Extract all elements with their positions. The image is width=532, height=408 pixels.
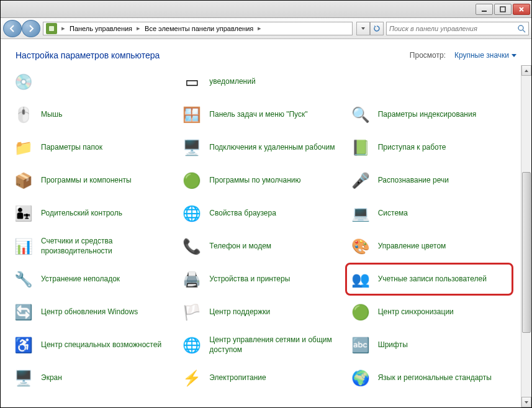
control-panel-item[interactable]: 👥Учетные записи пользователей bbox=[345, 263, 513, 296]
control-panel-item[interactable]: 💿 bbox=[8, 65, 176, 98]
control-panel-item[interactable]: 📞Телефон и модем bbox=[176, 230, 345, 263]
address-tools bbox=[356, 22, 384, 35]
control-panel-item[interactable]: 🔤Шрифты bbox=[345, 329, 513, 361]
fonts-icon: 🔤 bbox=[349, 334, 372, 356]
maximize-button[interactable] bbox=[494, 4, 512, 15]
control-panel-item[interactable]: 📦Программы и компоненты bbox=[8, 164, 176, 197]
control-panel-item[interactable]: 🌐Центр управления сетями и общим доступо… bbox=[176, 329, 345, 361]
control-panel-item[interactable]: 🎨Управление цветом bbox=[345, 230, 513, 263]
perf-icon: 📊 bbox=[12, 235, 35, 258]
view-select[interactable]: Крупные значки bbox=[454, 51, 516, 60]
control-panel-item[interactable]: 🔧Устранение неполадок bbox=[8, 263, 176, 296]
titlebar bbox=[1, 1, 531, 18]
control-panel-item[interactable]: 📁Параметры папок bbox=[8, 131, 176, 164]
control-panel-item[interactable]: 🏳️Центр поддержки bbox=[176, 296, 345, 329]
navbar: ▸ Панель управления ▸ Все элементы панел… bbox=[1, 18, 531, 39]
scroll-track[interactable] bbox=[521, 76, 531, 397]
control-panel-item[interactable]: 📊Счетчики и средства производительности bbox=[8, 230, 176, 263]
control-panel-item[interactable]: 🎤Распознавание речи bbox=[345, 164, 513, 197]
control-panel-item[interactable]: 🔄Центр обновления Windows bbox=[8, 296, 176, 329]
item-label: Учетные записи пользователей bbox=[378, 274, 487, 284]
control-panel-item[interactable]: 🖥️Экран bbox=[8, 361, 176, 394]
defaults-icon: 🟢 bbox=[181, 170, 203, 192]
forward-button[interactable] bbox=[22, 20, 40, 37]
control-panel-item[interactable]: 🖥️Подключения к удаленным рабочим bbox=[176, 131, 345, 164]
item-label: Родительский контроль bbox=[41, 209, 122, 219]
item-label: Центр поддержки bbox=[209, 307, 270, 317]
item-label: Центр синхронизации bbox=[378, 307, 454, 317]
taskbar-icon: 🪟 bbox=[181, 104, 203, 126]
control-panel-item[interactable]: 🔍Параметры индексирования bbox=[345, 98, 513, 131]
item-label: Параметры папок bbox=[41, 143, 102, 153]
view-label: Просмотр: bbox=[410, 51, 446, 60]
page-title: Настройка параметров компьютера bbox=[16, 50, 160, 60]
browser-icon: 🌐 bbox=[181, 202, 203, 225]
system-icon: 💻 bbox=[349, 202, 372, 225]
page-header: Настройка параметров компьютера Просмотр… bbox=[1, 39, 531, 65]
search-box[interactable] bbox=[386, 22, 529, 35]
item-label: Система bbox=[378, 209, 408, 219]
sync-icon: 🟢 bbox=[349, 301, 372, 324]
control-panel-item[interactable]: 🟢Центр синхронизации bbox=[345, 296, 513, 329]
item-label: Центр специальных возможностей bbox=[41, 340, 161, 350]
item-label: Центр управления сетями и общим доступом bbox=[209, 335, 340, 355]
scroll-up-button[interactable] bbox=[521, 65, 531, 76]
minimize-button[interactable] bbox=[476, 4, 493, 15]
scroll-thumb[interactable] bbox=[522, 172, 531, 333]
address-bar[interactable]: ▸ Панель управления ▸ Все элементы панел… bbox=[43, 22, 353, 35]
display-icon: 🖥️ bbox=[12, 367, 35, 389]
item-label: Приступая к работе bbox=[378, 143, 446, 153]
region-icon: 🌍 bbox=[349, 367, 372, 389]
control-panel-item[interactable] bbox=[345, 65, 513, 98]
control-panel-item[interactable]: 🖨️Устройства и принтеры bbox=[176, 263, 345, 296]
control-panel-item[interactable]: 👨‍👧Родительский контроль bbox=[8, 197, 176, 230]
control-panel-item[interactable]: 🌍Язык и региональные стандарты bbox=[345, 361, 513, 394]
update-icon: 🔄 bbox=[12, 301, 35, 324]
control-panel-item[interactable]: ♿Центр специальных возможностей bbox=[8, 329, 176, 361]
content-area: 💿▭уведомлений 🖱️Мышь🪟Панель задач и меню… bbox=[1, 65, 531, 407]
item-label: Язык и региональные стандарты bbox=[378, 373, 492, 383]
item-label: Параметры индексирования bbox=[378, 110, 476, 120]
breadcrumb-sep[interactable]: ▸ bbox=[135, 24, 142, 32]
control-panel-item[interactable]: 💻Система bbox=[345, 197, 513, 230]
items-grid: 💿▭уведомлений 🖱️Мышь🪟Панель задач и меню… bbox=[1, 65, 521, 407]
search-input[interactable] bbox=[389, 25, 517, 32]
control-panel-item[interactable]: 🖱️Мышь bbox=[8, 98, 176, 131]
scroll-down-button[interactable] bbox=[521, 397, 531, 407]
item-label: Устранение неполадок bbox=[41, 274, 120, 284]
view-select-value: Крупные значки bbox=[454, 51, 509, 60]
close-button[interactable] bbox=[513, 4, 530, 15]
parental-icon: 👨‍👧 bbox=[12, 202, 35, 225]
item-label: Экран bbox=[41, 373, 62, 383]
printers-icon: 🖨️ bbox=[181, 268, 203, 291]
mic-icon: 🎤 bbox=[349, 170, 372, 192]
control-panel-item[interactable]: 🟢Программы по умолчанию bbox=[176, 164, 345, 197]
start-icon: 📗 bbox=[349, 137, 372, 159]
mouse-icon: 🖱️ bbox=[12, 104, 35, 126]
breadcrumb-sep[interactable]: ▸ bbox=[60, 24, 67, 32]
control-panel-item[interactable]: ▭уведомлений bbox=[176, 65, 345, 98]
svg-rect-1 bbox=[500, 7, 505, 12]
back-button[interactable] bbox=[3, 20, 22, 37]
breadcrumb-item[interactable]: Все элементы панели управления bbox=[142, 25, 256, 32]
power-icon: ⚡ bbox=[181, 367, 203, 389]
item-label: Программы по умолчанию bbox=[209, 176, 300, 186]
breadcrumb-item[interactable]: Панель управления bbox=[67, 25, 135, 32]
programs-icon: 📦 bbox=[12, 170, 35, 192]
support-icon: 🏳️ bbox=[181, 301, 203, 324]
control-panel-icon bbox=[46, 23, 57, 34]
address-dropdown-button[interactable] bbox=[356, 22, 370, 35]
item-label: Свойства браузера bbox=[209, 209, 276, 219]
control-panel-item[interactable]: 🪟Панель задач и меню "Пуск" bbox=[176, 98, 345, 131]
refresh-button[interactable] bbox=[370, 22, 384, 35]
folder-icon: 📁 bbox=[12, 137, 35, 159]
breadcrumb-sep[interactable]: ▸ bbox=[256, 24, 263, 32]
control-panel-item[interactable]: ⚡Электропитание bbox=[176, 361, 345, 394]
control-panel-item[interactable]: 🌐Свойства браузера bbox=[176, 197, 345, 230]
item-label: Панель задач и меню "Пуск" bbox=[209, 110, 307, 120]
svg-rect-0 bbox=[482, 11, 487, 12]
svg-point-2 bbox=[518, 25, 523, 30]
control-panel-item[interactable]: 📗Приступая к работе bbox=[345, 131, 513, 164]
users-icon: 👥 bbox=[349, 268, 372, 291]
color-icon: 🎨 bbox=[349, 235, 372, 258]
